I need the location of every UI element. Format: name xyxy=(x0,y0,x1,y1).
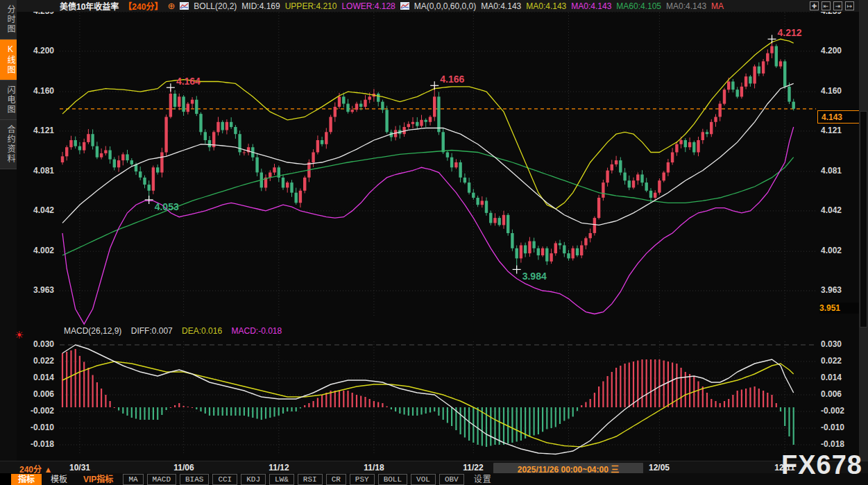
ma-values-group: MA0:4.143MA0:4.143MA0:4.143MA60:4.105MA0… xyxy=(481,1,729,11)
chart-canvas[interactable]: 4.0534.1644.1663.9844.212 xyxy=(0,0,868,485)
toolbar-button-VIP指标[interactable]: VIP指标 xyxy=(76,474,120,485)
date-tick: 12/05 xyxy=(628,463,690,473)
current-price-marker: 4.143 xyxy=(817,110,860,124)
ma-value: MA0:4.143 xyxy=(526,1,566,11)
scrollbar-thumb[interactable] xyxy=(860,111,867,327)
time-axis: 240分 ▲ 10/3111/0611/1211/1811/222025/11/… xyxy=(0,461,868,474)
pan-right-icon[interactable]: ↦ xyxy=(845,1,854,10)
macd-axis-label: -0.010 xyxy=(19,423,54,433)
boll-chart-icon[interactable] xyxy=(180,2,189,10)
macd-macd-value: MACD:-0.018 xyxy=(231,326,282,336)
date-tick: 11/18 xyxy=(343,463,405,473)
boll-mid-value: MID:4.169 xyxy=(241,1,280,11)
macd-axis-label: 0.014 xyxy=(821,373,857,383)
chart-header: 美债10年收益率 【240分】 ⊕ BOLL(20,2) MID:4.169 U… xyxy=(17,0,859,12)
crosshair-tool-icon[interactable]: ✚ xyxy=(810,1,819,10)
macd-axis-label: -0.002 xyxy=(821,406,857,416)
indicator-toolbar: 指标模板VIP指标MAMACDBIASCCIKDJLW&RSICRPSYBOLL… xyxy=(11,473,868,485)
boll-label: BOLL(20,2) xyxy=(194,1,237,11)
macd-axis-label: -0.010 xyxy=(821,423,857,433)
macd-axis-label: 0.022 xyxy=(821,356,857,366)
sidebar-tab-item[interactable]: 闪电图 xyxy=(0,80,17,120)
scrollbar[interactable] xyxy=(859,0,868,461)
ma-value: MA60:4.105 xyxy=(616,1,661,11)
price-axis-label: 4.121 xyxy=(19,126,54,136)
range-low-marker: 3.951 xyxy=(819,303,860,314)
macd-header: MACD(26,12,9) DIFF:0.007 DEA:0.016 MACD:… xyxy=(64,326,289,337)
toolbar-button-设置[interactable]: 设置 xyxy=(467,474,499,485)
macd-axis-label: 0.006 xyxy=(19,389,54,400)
price-axis-label: 4.121 xyxy=(821,126,857,136)
toolbar-button-LW&[interactable]: LW& xyxy=(269,474,294,485)
toolbar-button-CR[interactable]: CR xyxy=(326,474,346,485)
date-tick: 10/31 xyxy=(49,463,111,473)
svg-text:4.166: 4.166 xyxy=(440,74,464,85)
price-axis-label: 3.963 xyxy=(821,285,857,296)
date-tick: 11/12 xyxy=(248,463,310,473)
sidebar: 分时图K线图闪电图合约资料 xyxy=(0,0,17,485)
add-indicator-icon[interactable]: ⊕ xyxy=(167,1,175,11)
macd-dea-value: DEA:0.016 xyxy=(182,326,222,336)
toolbar-button-RSI[interactable]: RSI xyxy=(298,474,323,485)
macd-axis-label: 0.030 xyxy=(821,339,857,350)
alert-sun-icon[interactable]: ☀ xyxy=(15,329,24,341)
corner-square xyxy=(0,473,11,485)
watermark: FX678 xyxy=(781,450,862,480)
macd-axis-label: 0.022 xyxy=(19,356,54,366)
ma-chart-icon[interactable] xyxy=(400,2,409,10)
price-axis-label: 4.200 xyxy=(821,46,857,56)
ma-value: MA0:4.143 xyxy=(481,1,521,11)
price-axis-label: 4.081 xyxy=(19,166,54,176)
instrument-title: 美债10年收益率 xyxy=(60,0,119,12)
toolbar-button-模板[interactable]: 模板 xyxy=(44,474,74,485)
price-axis-label: 4.081 xyxy=(821,166,857,176)
price-axis-label: 4.042 xyxy=(19,205,54,216)
ma-label: MA(0,0,0,60,0,0) xyxy=(414,1,476,11)
macd-axis-label: 0.006 xyxy=(821,389,857,400)
scale-right-icon[interactable]: ⇥ xyxy=(833,1,842,10)
toolbar-button-BIAS[interactable]: BIAS xyxy=(180,474,209,485)
toolbar-button-VOL[interactable]: VOL xyxy=(411,474,436,485)
price-axis-label: 3.963 xyxy=(19,285,54,296)
boll-upper-value: UPPER:4.210 xyxy=(285,1,337,11)
sidebar-tab-item[interactable]: 合约资料 xyxy=(0,120,17,169)
toolbar-button-MACD[interactable]: MACD xyxy=(147,474,176,485)
macd-axis-label: 0.014 xyxy=(19,373,54,383)
sidebar-tab-active[interactable]: K线图 xyxy=(0,40,17,80)
macd-axis-label: -0.018 xyxy=(19,439,54,450)
svg-text:4.164: 4.164 xyxy=(176,76,201,87)
macd-axis-label: -0.002 xyxy=(19,406,54,416)
price-axis-label: 4.002 xyxy=(821,246,857,256)
svg-text:4.053: 4.053 xyxy=(155,201,179,212)
price-axis-label: 4.002 xyxy=(19,246,54,256)
price-axis-label: 4.200 xyxy=(19,46,54,56)
toolbar-button-CCI[interactable]: CCI xyxy=(212,474,237,485)
toolbar-button-MA[interactable]: MA xyxy=(123,474,143,485)
date-tick: 11/06 xyxy=(153,463,215,473)
ma-value: MA xyxy=(711,1,724,11)
period-label: 【240分】 xyxy=(124,0,162,12)
toolbar-button-指标[interactable]: 指标 xyxy=(11,474,42,485)
macd-axis-label: 0.030 xyxy=(19,339,54,350)
price-axis-label: 4.160 xyxy=(821,86,857,96)
svg-text:4.212: 4.212 xyxy=(778,27,802,38)
toolbar-button-OBV[interactable]: OBV xyxy=(439,474,464,485)
price-axis-label: 4.042 xyxy=(821,205,857,216)
scale-left-icon[interactable]: ⇤ xyxy=(822,1,831,10)
svg-text:3.984: 3.984 xyxy=(522,271,547,282)
macd-label: MACD(26,12,9) xyxy=(64,326,121,336)
boll-lower-value: LOWER:4.128 xyxy=(341,1,395,11)
toolbar-button-KDJ[interactable]: KDJ xyxy=(241,474,266,485)
macd-axis-label: -0.018 xyxy=(821,439,857,450)
macd-diff-value: DIFF:0.007 xyxy=(131,326,173,336)
toolbar-button-PSY[interactable]: PSY xyxy=(350,474,375,485)
toolbar-button-BOLL[interactable]: BOLL xyxy=(378,474,407,485)
ma-value: MA0:4.143 xyxy=(666,1,706,11)
price-axis-label: 4.160 xyxy=(19,86,54,96)
trading-app-window: 4.0534.1644.1663.9844.212 分时图K线图闪电图合约资料 … xyxy=(0,0,868,485)
sidebar-tab-item[interactable]: 分时图 xyxy=(0,0,17,40)
chart-tool-icons: ✚⇤⇥↦ xyxy=(810,1,854,10)
ma-value: MA0:4.143 xyxy=(571,1,611,11)
